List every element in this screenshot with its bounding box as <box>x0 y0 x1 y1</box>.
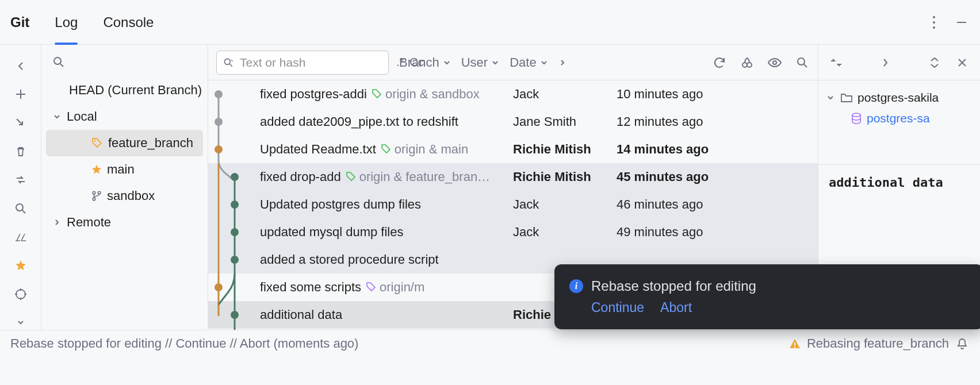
plus-icon[interactable] <box>13 87 29 102</box>
eye-icon[interactable] <box>767 55 782 70</box>
target-icon[interactable] <box>13 287 29 302</box>
folder-icon <box>840 91 853 104</box>
commit-date: 45 minutes ago <box>617 170 818 184</box>
svg-line-14 <box>60 64 63 67</box>
toast-title: Rebase stopped for editing <box>591 278 756 294</box>
commit-row[interactable]: fixed drop-addorigin & feature_bran…Rich… <box>208 163 818 191</box>
tab-git[interactable]: Git <box>10 0 42 45</box>
back-icon[interactable] <box>13 59 29 74</box>
commit-date: 12 minutes ago <box>617 114 818 129</box>
commit-search[interactable]: .* Cc <box>216 51 389 75</box>
filter-bar: .* Cc Branch User Date <box>208 45 818 80</box>
commit-author: Richie Mitish <box>513 142 617 157</box>
compare-icon[interactable] <box>13 230 29 245</box>
branch-label: main <box>107 162 135 177</box>
svg-line-20 <box>230 64 232 66</box>
branch-label: feature_branch <box>108 136 193 151</box>
commit-subject: fixed postgres-addi <box>260 87 367 102</box>
commit-author: Jack <box>513 87 617 102</box>
warning-icon <box>788 337 801 350</box>
expand-icon[interactable] <box>13 315 29 330</box>
svg-point-42 <box>794 346 795 347</box>
toast-abort[interactable]: Abort <box>660 300 692 315</box>
svg-point-22 <box>747 63 752 67</box>
refresh-icon[interactable] <box>712 55 727 70</box>
folder-label: postgres-sakila <box>858 91 939 105</box>
head-item[interactable]: HEAD (Current Branch) <box>41 77 208 103</box>
head-label: HEAD (Current Branch) <box>69 83 202 98</box>
more-icon[interactable] <box>926 14 942 30</box>
local-group[interactable]: Local <box>41 103 208 130</box>
cherry-pick-icon[interactable] <box>740 55 755 70</box>
search-icon <box>223 57 234 68</box>
svg-point-23 <box>773 61 776 64</box>
commit-row[interactable]: fixed postgres-addiorigin & sandboxJack1… <box>208 80 818 108</box>
svg-line-25 <box>804 64 807 67</box>
branch-label: sandbox <box>107 188 155 203</box>
tab-console[interactable]: Console <box>90 0 166 45</box>
local-label: Local <box>67 109 97 124</box>
filter-user[interactable]: User <box>461 55 499 70</box>
commit-row[interactable]: updated mysql dump filesJack49 minutes a… <box>208 218 818 246</box>
remote-label: Remote <box>67 215 111 230</box>
commit-row[interactable]: added date2009_pipe.txt to redshiftJane … <box>208 108 818 136</box>
more-filters[interactable] <box>558 59 566 67</box>
find-icon[interactable] <box>795 55 810 70</box>
commit-author: Richie Mitish <box>513 170 617 184</box>
commit-date: 49 minutes ago <box>617 225 818 240</box>
tool-iconbar <box>0 45 41 330</box>
commit-subject: added date2009_pipe.txt to redshift <box>260 114 458 129</box>
branch-feature[interactable]: feature_branch <box>46 130 203 156</box>
rebasing-label: Rebasing feature_branch <box>807 336 949 351</box>
bell-icon[interactable] <box>955 336 970 351</box>
swap-icon[interactable] <box>13 172 29 187</box>
commit-subject: Updated postgres dump files <box>260 197 421 212</box>
svg-point-1 <box>933 21 935 24</box>
tag-icon <box>91 137 104 149</box>
branch-sandbox[interactable]: sandbox <box>41 183 208 209</box>
branch-icon <box>91 190 102 202</box>
info-icon: i <box>569 279 583 293</box>
filter-branch[interactable]: Branch <box>399 55 451 70</box>
star-icon[interactable] <box>13 258 29 273</box>
collapse-icon[interactable] <box>927 55 942 70</box>
chevron-down-icon <box>540 59 548 67</box>
commit-subject: updated mysql dump files <box>260 225 403 240</box>
file-item[interactable]: postgres-sa <box>818 108 980 129</box>
commit-subject: fixed some scripts <box>260 280 361 295</box>
trash-icon[interactable] <box>13 144 29 159</box>
commit-detail-title: additional data <box>818 165 980 200</box>
commit-row[interactable]: Updated Readme.txtorigin & mainRichie Mi… <box>208 136 818 163</box>
svg-point-6 <box>16 204 23 211</box>
notification-toast: i Rebase stopped for editing Continue Ab… <box>554 264 980 329</box>
filter-date[interactable]: Date <box>510 55 548 70</box>
search-icon[interactable] <box>13 201 29 216</box>
header-tabs: Git Log Console <box>10 0 166 45</box>
chevron-down-icon <box>825 94 836 102</box>
commit-date: 46 minutes ago <box>617 197 818 212</box>
minimize-icon[interactable] <box>954 14 970 30</box>
forward-icon[interactable] <box>878 55 893 70</box>
sidebar-search[interactable] <box>41 55 208 77</box>
svg-point-18 <box>93 198 95 201</box>
shrink-icon[interactable] <box>829 55 844 70</box>
star-icon <box>91 164 102 175</box>
commit-row[interactable]: Updated postgres dump filesJack46 minute… <box>208 191 818 218</box>
branch-main[interactable]: main <box>41 156 208 183</box>
incoming-icon[interactable] <box>13 116 29 130</box>
commit-date: 10 minutes ago <box>617 87 818 102</box>
toast-continue[interactable]: Continue <box>591 300 644 315</box>
svg-point-2 <box>933 26 935 29</box>
chevron-down-icon <box>491 59 499 67</box>
tab-log[interactable]: Log <box>42 0 90 45</box>
svg-point-13 <box>54 57 61 64</box>
commit-refs: origin/m <box>366 280 424 295</box>
commit-refs: origin & main <box>381 142 468 157</box>
search-input[interactable] <box>240 56 391 70</box>
svg-point-17 <box>98 191 101 194</box>
commit-subject: added a stored procedure script <box>260 252 439 267</box>
svg-point-24 <box>798 58 805 65</box>
close-icon[interactable] <box>955 55 970 70</box>
folder-item[interactable]: postgres-sakila <box>818 87 980 108</box>
remote-group[interactable]: Remote <box>41 209 208 236</box>
